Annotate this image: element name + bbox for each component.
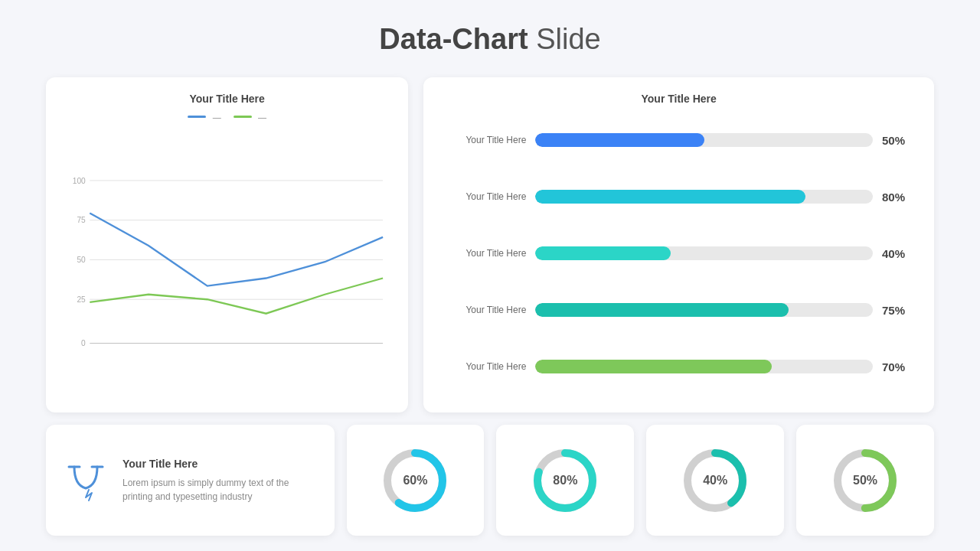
donut-label-1: 80% bbox=[553, 474, 577, 487]
main-title-bold: Data-Chart bbox=[379, 23, 528, 55]
bar-pct-4: 70% bbox=[882, 360, 916, 373]
bar-track-0 bbox=[535, 133, 873, 147]
top-row: Your Title Here — — 100 75 50 25 bbox=[46, 77, 934, 412]
donut-label-2: 40% bbox=[703, 474, 727, 487]
info-card: Your Title Here Lorem ipsum is simply du… bbox=[46, 425, 335, 536]
bar-track-4 bbox=[535, 360, 873, 373]
svg-text:0: 0 bbox=[81, 339, 86, 347]
donut-cards: 60% 80% 40% bbox=[347, 425, 934, 536]
donut-card-3: 50% bbox=[796, 425, 934, 536]
info-desc: Lorem ipsum is simply dummy text of the … bbox=[122, 476, 318, 504]
svg-text:50: 50 bbox=[77, 256, 86, 264]
bar-fill-3 bbox=[535, 303, 789, 317]
line-chart-svg: 100 75 50 25 0 bbox=[64, 131, 390, 397]
legend-blue-dot bbox=[188, 116, 206, 118]
bar-fill-2 bbox=[535, 246, 670, 260]
bar-pct-0: 50% bbox=[882, 134, 916, 147]
info-title: Your Title Here bbox=[122, 458, 318, 470]
bar-chart-card: Your Title Here Your Title Here 50% Your… bbox=[423, 77, 934, 412]
bar-row-3: Your Title Here 75% bbox=[442, 303, 916, 317]
legend-blue: — bbox=[188, 109, 220, 123]
bar-track-1 bbox=[535, 190, 873, 204]
donut-wrapper-1: 80% bbox=[531, 446, 599, 515]
bar-chart-title: Your Title Here bbox=[442, 93, 916, 105]
line-chart-title: Your Title Here bbox=[64, 93, 390, 105]
donut-card-0: 60% bbox=[347, 425, 485, 536]
legend-green: — bbox=[234, 109, 266, 123]
bar-track-3 bbox=[535, 303, 873, 317]
bar-track-2 bbox=[535, 246, 873, 260]
svg-text:25: 25 bbox=[77, 295, 86, 304]
svg-text:75: 75 bbox=[77, 216, 86, 224]
donut-label-3: 50% bbox=[853, 474, 877, 487]
svg-text:100: 100 bbox=[73, 177, 86, 185]
donut-card-1: 80% bbox=[496, 425, 634, 536]
donut-card-2: 40% bbox=[646, 425, 784, 536]
line-chart-card: Your Title Here — — 100 75 50 25 bbox=[46, 77, 408, 412]
bar-pct-2: 40% bbox=[882, 247, 916, 260]
bar-row-2: Your Title Here 40% bbox=[442, 246, 916, 260]
line-chart-legend: — — bbox=[64, 109, 390, 123]
bar-row-1: Your Title Here 80% bbox=[442, 190, 916, 204]
page: Data-Chart Slide Your Title Here — — 100 bbox=[0, 0, 980, 551]
bar-chart-rows: Your Title Here 50% Your Title Here 80% … bbox=[442, 109, 916, 397]
bar-label-1: Your Title Here bbox=[442, 191, 526, 202]
bar-fill-1 bbox=[535, 190, 805, 204]
bar-fill-0 bbox=[535, 133, 704, 147]
donut-wrapper-0: 60% bbox=[381, 446, 449, 515]
bar-row-0: Your Title Here 50% bbox=[442, 133, 916, 147]
bar-row-4: Your Title Here 70% bbox=[442, 360, 916, 373]
bar-label-4: Your Title Here bbox=[442, 361, 526, 372]
info-text: Your Title Here Lorem ipsum is simply du… bbox=[122, 458, 318, 504]
bar-fill-4 bbox=[535, 360, 771, 373]
bar-label-3: Your Title Here bbox=[442, 305, 526, 315]
donut-wrapper-2: 40% bbox=[681, 446, 750, 515]
bar-pct-1: 80% bbox=[882, 191, 916, 204]
main-title: Data-Chart Slide bbox=[379, 23, 600, 56]
donut-wrapper-3: 50% bbox=[831, 446, 900, 515]
main-title-normal: Slide bbox=[528, 23, 601, 55]
donut-label-0: 60% bbox=[403, 474, 427, 487]
magnet-icon bbox=[63, 458, 109, 504]
bar-label-0: Your Title Here bbox=[442, 135, 526, 145]
bottom-row: Your Title Here Lorem ipsum is simply du… bbox=[46, 425, 934, 536]
bar-label-2: Your Title Here bbox=[442, 248, 526, 259]
legend-green-dot bbox=[234, 116, 252, 118]
line-chart-area: 100 75 50 25 0 bbox=[64, 131, 390, 397]
bar-pct-3: 75% bbox=[882, 304, 916, 317]
